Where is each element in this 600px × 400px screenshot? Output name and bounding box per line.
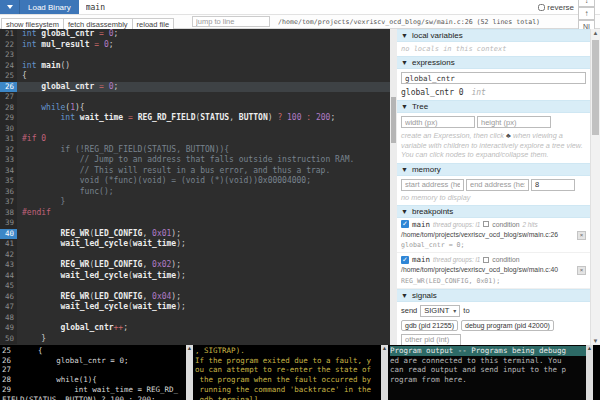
status-terminal-scrollbar[interactable]: ▲ xyxy=(381,345,388,400)
gdb-terminal-scrollbar[interactable]: ▲ xyxy=(186,345,193,400)
status-terminal-content[interactable]: , SIGTRAP).If the program exited due to … xyxy=(193,345,381,400)
program-output-terminal-scrollbar[interactable]: ▲ xyxy=(586,345,593,400)
line-number[interactable]: 48 xyxy=(0,313,17,324)
tree-help-before: create an Expression, then click xyxy=(401,131,504,140)
chevron-down-icon: ▼ xyxy=(401,292,408,299)
line-number[interactable]: 30 xyxy=(0,124,17,135)
sidebar-scrollbar-thumb[interactable] xyxy=(592,40,599,135)
line-code xyxy=(17,313,390,324)
line-code: } xyxy=(17,197,390,208)
line-number[interactable]: 44 xyxy=(0,271,17,282)
editor-line: 47 wait_led_cycle(wait_time); xyxy=(0,302,390,313)
editor-scrollbar[interactable] xyxy=(390,29,397,345)
line-number[interactable]: 36 xyxy=(0,187,17,198)
line-number[interactable]: 28 xyxy=(0,103,17,114)
breakpoint-condition-link[interactable]: condition xyxy=(492,256,519,263)
breakpoint-enabled-checkbox[interactable]: ✓ xyxy=(401,256,409,264)
program-output-terminal-content[interactable]: Program output -- Programs being debugge… xyxy=(388,345,586,400)
line-number[interactable]: 42 xyxy=(0,250,17,261)
code-token: while xyxy=(41,103,65,112)
code-token: ); xyxy=(171,260,181,269)
line-number[interactable]: 31 xyxy=(0,134,17,145)
code-token: 0x01 xyxy=(152,229,171,238)
breakpoint-enabled-checkbox[interactable]: ✓ xyxy=(401,220,409,228)
breakpoint-path[interactable]: /home/tom/projects/vexriscv_ocd_blog/sw/… xyxy=(401,231,586,240)
memory-end-address-input[interactable] xyxy=(466,179,529,191)
signal-send-button-0[interactable]: gdb (pid 21255) xyxy=(401,320,458,331)
line-number[interactable]: 39 xyxy=(0,218,17,229)
breakpoint-condition-link[interactable]: condition xyxy=(492,221,519,228)
panel-header-local-variables[interactable]: ▼ local variables xyxy=(397,29,590,42)
line-number[interactable]: 45 xyxy=(0,281,17,292)
gdb-terminal[interactable]: 25 {26 global_cntr = 0;2728 while(1){29 … xyxy=(0,345,193,400)
reverse-label: reverse xyxy=(547,3,574,12)
expression-result[interactable]: global_cntr 0 int xyxy=(401,88,586,97)
other-pid-input[interactable] xyxy=(401,334,461,346)
scroll-up-arrow-icon[interactable]: ▲ xyxy=(186,345,193,351)
line-number[interactable]: 38 xyxy=(0,208,17,219)
line-number[interactable]: 26 xyxy=(0,82,17,93)
line-number[interactable]: 34 xyxy=(0,166,17,177)
line-number[interactable]: 25 xyxy=(0,71,17,82)
line-number[interactable]: 43 xyxy=(0,260,17,271)
line-code: } xyxy=(17,334,390,345)
scroll-up-arrow-icon[interactable]: ▲ xyxy=(591,30,600,36)
line-number[interactable]: 29 xyxy=(0,113,17,124)
terminal-line: 27 xyxy=(2,365,186,375)
line-number[interactable]: 24 xyxy=(0,61,17,72)
code-token xyxy=(22,302,61,311)
line-number[interactable]: 50 xyxy=(0,334,17,345)
status-terminal[interactable]: , SIGTRAP).If the program exited due to … xyxy=(193,345,388,400)
breakpoint-entry[interactable]: ✓mainthread groups: i1condition2 hits/ho… xyxy=(397,218,590,254)
control-step-into-button[interactable]: ↓ xyxy=(578,0,595,7)
line-number[interactable]: 41 xyxy=(0,239,17,250)
panel-header-signals[interactable]: ▼ signals xyxy=(397,289,590,302)
tree-height-input[interactable] xyxy=(477,116,551,128)
scroll-down-arrow-icon[interactable]: ▼ xyxy=(591,338,600,344)
line-number[interactable]: 35 xyxy=(0,176,17,187)
line-number[interactable]: 32 xyxy=(0,145,17,156)
code-token: ) xyxy=(268,113,278,122)
panel-header-tree[interactable]: ▼ Tree xyxy=(397,100,590,113)
main-area: 21int global_cntr = 0;22int mul_result =… xyxy=(0,29,600,345)
code-token: ); xyxy=(176,239,186,248)
gdb-terminal-content[interactable]: 25 {26 global_cntr = 0;2728 while(1){29 … xyxy=(0,345,186,400)
signal-select[interactable]: SIGINT ▾ xyxy=(420,305,460,317)
control-step-out-button[interactable]: ↑ xyxy=(578,7,595,20)
line-number[interactable]: 46 xyxy=(0,292,17,303)
line-number[interactable]: 22 xyxy=(0,40,17,51)
program-output-terminal[interactable]: Program output -- Programs being debugge… xyxy=(388,345,593,400)
scroll-up-arrow-icon[interactable]: ▲ xyxy=(381,345,388,351)
breakpoint-delete-button[interactable]: × xyxy=(577,266,586,275)
scroll-up-arrow-icon[interactable]: ▲ xyxy=(586,345,593,351)
expression-input[interactable] xyxy=(401,72,586,84)
editor-line: 29 int wait_time = REG_RD_FIELD(STATUS, … xyxy=(0,113,390,124)
line-number[interactable]: 49 xyxy=(0,323,17,334)
line-number[interactable]: 40 xyxy=(0,229,17,240)
editor-scrollbar-thumb[interactable] xyxy=(391,97,396,143)
line-number[interactable]: 23 xyxy=(0,50,17,61)
sidebar-scrollbar[interactable]: ▲ ▼ xyxy=(590,29,600,345)
terminal-line: 29 int wait_time = REG_RD_ xyxy=(2,385,186,395)
jump-to-line-input[interactable] xyxy=(192,16,270,27)
line-number[interactable]: 33 xyxy=(0,155,17,166)
panel-header-memory[interactable]: ▼ memory xyxy=(397,163,590,176)
line-number[interactable]: 27 xyxy=(0,92,17,103)
breakpoint-entry[interactable]: ✓mainthread groups: i1condition/home/tom… xyxy=(397,253,590,289)
code-token: 100 xyxy=(287,113,301,122)
breakpoint-delete-button[interactable]: × xyxy=(577,231,586,240)
signal-send-button-1[interactable]: debug program (pid 42000) xyxy=(461,320,554,331)
line-number[interactable]: 37 xyxy=(0,197,17,208)
line-number[interactable]: 47 xyxy=(0,302,17,313)
tree-width-input[interactable] xyxy=(401,116,475,128)
memory-start-address-input[interactable] xyxy=(401,179,464,191)
terminal-row: 25 {26 global_cntr = 0;2728 while(1){29 … xyxy=(0,345,600,400)
reverse-checkbox[interactable] xyxy=(538,4,545,11)
panel-header-breakpoints[interactable]: ▼ breakpoints xyxy=(397,205,590,218)
memory-bytes-input[interactable] xyxy=(531,179,575,191)
step-into-icon: ↓ xyxy=(585,0,589,5)
breakpoint-path[interactable]: /home/tom/projects/vexriscv_ocd_blog/sw/… xyxy=(401,266,586,275)
line-code xyxy=(17,218,390,229)
line-number[interactable]: 21 xyxy=(0,29,17,40)
panel-header-expressions[interactable]: ▼ expressions xyxy=(397,56,590,69)
